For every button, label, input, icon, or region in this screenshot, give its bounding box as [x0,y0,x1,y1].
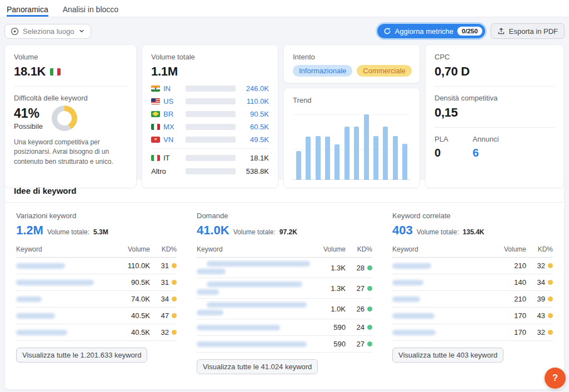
kd-value: 24 [357,323,365,331]
keyword-row: 1.3K28 [197,258,372,278]
keyword-blurred-link[interactable] [392,296,420,302]
keyword-blurred-link[interactable] [392,263,431,269]
keyword-kd: 32 [526,328,553,336]
view-all-keywords-button-1[interactable]: Visualizza tutte le 41.024 keyword [197,359,318,374]
trend-bar [335,144,340,180]
keyword-blurred-link[interactable] [197,310,223,315]
keyword-cell [392,313,495,319]
kd-dot-green [367,306,372,311]
country-row-br: BR90.5K [151,110,269,118]
keyword-blurred-link[interactable] [392,330,436,335]
flag-mx-icon [151,124,160,130]
keyword-blurred-link[interactable] [16,263,65,269]
country-label: IT [151,154,181,162]
header-kd: KD% [346,245,372,253]
keyword-row: 21039 [392,291,553,308]
keyword-difficulty-value: 41% [14,106,43,121]
idea-total-volume-label: Volume totale: [233,228,276,236]
country-label: IN [151,84,181,93]
kd-dot-yellow [172,280,177,285]
idea-table: KeywordVolumeKD%1.3K281.3K271.0K26590245… [197,245,372,353]
keyword-blurred-link[interactable] [16,313,55,319]
keyword-kd: 26 [346,305,372,313]
flag-vn-icon [151,137,160,143]
header-keyword: Keyword [197,245,315,253]
trend-bar [402,144,407,180]
keyword-kd: 32 [150,328,177,336]
idea-column-stat: 1.2MVolume totale:5.3M [16,223,108,238]
location-selector[interactable]: Seleziona luogo [4,24,91,39]
kd-value: 31 [161,278,169,287]
country-volume-list: IN246.0KUS110.0KBR90.5KMX60.5KVN49.5KIT1… [151,84,269,175]
country-label: US [151,97,181,105]
keyword-cell [16,280,119,285]
keyword-cell [197,302,315,315]
country-volume-value[interactable]: 246.0K [240,84,269,93]
refresh-metrics-label: Aggiorna metriche [395,27,454,36]
country-label: Altro [151,167,181,175]
keyword-row: 17032 [392,324,553,341]
idea-total-volume-value: 5.3M [93,228,108,236]
keyword-blurred-link[interactable] [16,330,67,335]
keyword-difficulty-label: Difficoltà delle keyword [14,94,127,102]
country-volume-value[interactable]: 90.5K [240,110,269,118]
keyword-kd: 39 [526,295,553,303]
idea-column-title: Keyword correlate [392,212,451,220]
intent-trend-column: Intento Informazionale Commerciale Trend [283,44,420,188]
keyword-blurred-link[interactable] [207,282,302,287]
keyword-blurred-link[interactable] [16,280,94,285]
keyword-row: 21032 [392,258,553,274]
view-all-keywords-button-2[interactable]: Visualizza tutte le 403 keyword [392,348,503,363]
kd-value: 34 [537,278,545,287]
header-volume: Volume [495,245,526,253]
keyword-blurred-link[interactable] [197,269,226,274]
tab-panoramica[interactable]: Panoramica [7,5,48,17]
kd-value: 31 [161,262,169,270]
keyword-row: 59027 [197,336,372,353]
help-button[interactable]: ? [545,368,566,389]
country-code[interactable]: BR [163,110,173,118]
keyword-blurred-link[interactable] [16,296,42,302]
refresh-metrics-button[interactable]: Aggiorna metriche 0/250 [377,24,485,38]
country-volume-bar [186,98,236,104]
country-volume-value[interactable]: 49.5K [240,135,269,144]
idea-column-title: Domande [197,212,228,220]
trend-bar [296,151,301,180]
country-code[interactable]: IN [163,84,171,93]
volume-label: Volume [14,53,127,61]
intento-label: Intento [293,53,411,61]
view-all-keywords-button-0[interactable]: Visualizza tutte le 1.201.633 keyword [16,348,147,363]
kd-value: 32 [537,328,545,336]
export-pdf-button[interactable]: Esporta in PDF [491,23,565,39]
country-code[interactable]: VN [163,135,173,144]
country-code[interactable]: US [163,97,173,105]
keyword-volume: 90.5K [119,278,150,287]
keyword-blurred-link[interactable] [207,261,310,267]
keyword-blurred-link[interactable] [197,341,307,347]
country-volume-value[interactable]: 110.0K [240,97,269,105]
keyword-kd: 24 [346,323,372,331]
keyword-blurred-link[interactable] [392,313,435,319]
trend-bar [345,127,350,180]
kd-value: 28 [357,264,365,272]
country-volume-bar [186,168,236,174]
cpc-card: CPC 0,70 D Densità competitiva 0,15 PLA … [425,44,564,188]
country-code[interactable]: MX [163,123,174,131]
keyword-volume: 1.0K [315,305,346,313]
keyword-blurred-link[interactable] [392,280,423,285]
keyword-row: 40.5K47 [16,308,177,324]
kd-dot-green [367,325,372,330]
keyword-blurred-link[interactable] [197,289,219,295]
toolbar: Seleziona luogo Aggiorna metriche 0/250 … [4,23,565,39]
keyword-row: 14034 [392,274,553,291]
keyword-blurred-link[interactable] [197,325,280,330]
kd-dot-yellow [548,313,553,318]
kd-value: 47 [161,311,169,320]
trend-card: Trend [283,88,420,188]
country-volume-value[interactable]: 60.5K [240,123,269,131]
annunci-value[interactable]: 6 [473,147,499,159]
keyword-row: 74.0K34 [16,291,177,308]
keyword-blurred-link[interactable] [207,302,307,308]
tab-analisi-in-blocco[interactable]: Analisi in blocco [63,5,118,17]
country-volume-bar [186,137,236,143]
